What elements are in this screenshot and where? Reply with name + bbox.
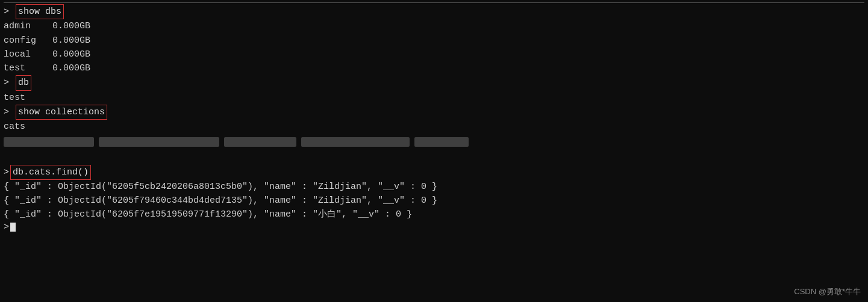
output-config: config 0.000GB (4, 34, 90, 48)
blurred-row (4, 135, 864, 149)
line-find: >db.cats.find() (4, 165, 864, 180)
line-config: config 0.000GB (4, 34, 864, 48)
output-result-2: { "_id" : ObjectId("6205f79460c344bd4ded… (4, 194, 437, 208)
line-test-output: test (4, 91, 864, 105)
blurred-block-4 (301, 137, 410, 147)
output-local: local 0.000GB (4, 48, 90, 61)
command-show-collections: show collections (16, 105, 107, 120)
line-local: local 0.000GB (4, 48, 864, 61)
command-find: db.cats.find() (10, 165, 91, 180)
prompt: > (4, 5, 14, 19)
command-show-dbs: show dbs (16, 4, 64, 19)
blurred-block-5 (414, 137, 469, 147)
command-db: db (16, 75, 31, 90)
prompt-db: > (4, 76, 14, 90)
line-admin: admin 0.000GB (4, 19, 864, 33)
line-db: > db (4, 75, 864, 90)
blurred-block-2 (99, 137, 219, 147)
output-test-db: test (4, 91, 25, 105)
line-show-collections: > show collections (4, 105, 864, 120)
line-result-2: { "_id" : ObjectId("6205f79460c344bd4ded… (4, 194, 864, 208)
line-test: test 0.000GB (4, 61, 864, 75)
line-result-1: { "_id" : ObjectId("6205f5cb2420206a8013… (4, 180, 864, 194)
prompt-find: > (4, 165, 9, 179)
terminal: > show dbs admin 0.000GB config 0.000GB … (0, 0, 868, 302)
blurred-block-1 (4, 137, 94, 147)
line-result-3: { "_id" : ObjectId("6205f7e19519509771f1… (4, 208, 864, 221)
output-test: test 0.000GB (4, 61, 90, 75)
prompt-show-collections: > (4, 105, 14, 119)
blurred-block-3 (224, 137, 296, 147)
line-cats: cats (4, 120, 864, 134)
output-cats: cats (4, 120, 25, 134)
prompt-cursor: > (4, 222, 9, 232)
output-admin: admin 0.000GB (4, 19, 90, 33)
output-result-1: { "_id" : ObjectId("6205f5cb2420206a8013… (4, 180, 437, 194)
output-result-3: { "_id" : ObjectId("6205f7e19519509771f1… (4, 208, 412, 221)
separator (4, 2, 864, 3)
cursor-line: > (4, 222, 864, 232)
blank-line (4, 150, 864, 164)
line-show-dbs: > show dbs (4, 4, 864, 19)
cursor (10, 223, 16, 232)
watermark: CSDN @勇敢*牛牛 (794, 286, 861, 297)
